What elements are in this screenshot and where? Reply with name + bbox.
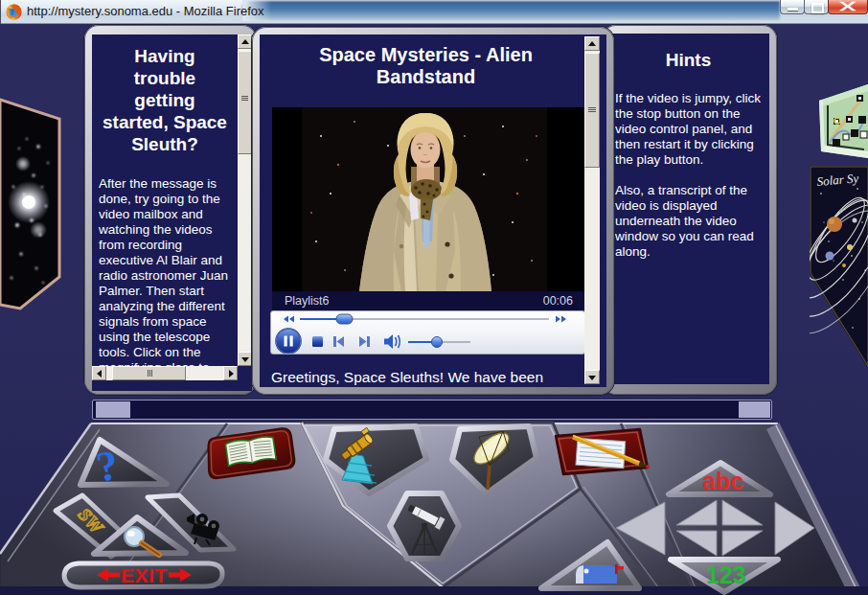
svg-text:abc: abc bbox=[702, 468, 743, 494]
svg-text:123: 123 bbox=[706, 561, 746, 588]
svg-text:EXIT: EXIT bbox=[121, 564, 168, 586]
